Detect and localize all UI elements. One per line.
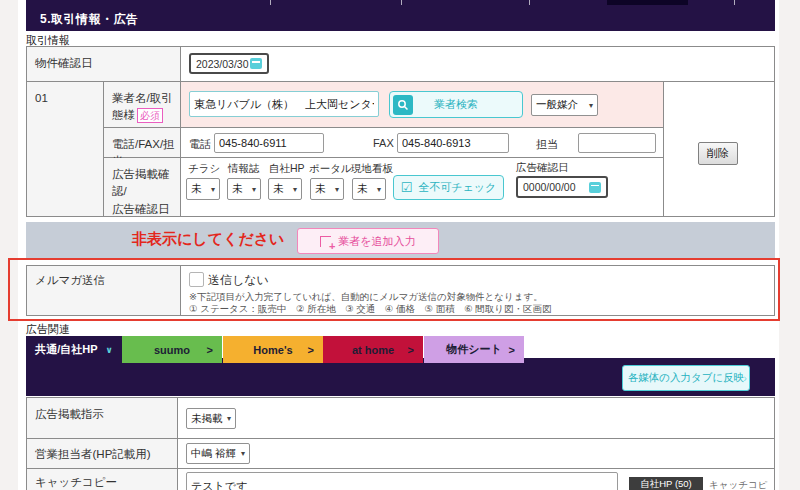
mediation-type-value: 一般媒介 <box>536 98 578 112</box>
agent-row-number: 01 <box>35 90 48 107</box>
vendor-banner: 非表示にしてください 業者を追加入力 <box>26 222 775 258</box>
media-select-jisha-hp-value: 未 <box>273 182 284 196</box>
tab-bukken-sheet[interactable]: 物件シート > <box>424 336 524 363</box>
search-icon <box>393 95 413 115</box>
vendor-search-button[interactable]: 業者検索 <box>389 91 523 118</box>
chevron-down-icon: ▾ <box>227 414 231 423</box>
page: 5.取引情報・広告 取引情報 物件確認日 2023/03/30 01 業者名/取… <box>0 0 800 490</box>
section-title: 5.取引情報・広告 <box>40 11 139 28</box>
tab-bukken-sheet-label: 物件シート <box>446 342 502 357</box>
tab-arrow-icon: > <box>509 344 515 356</box>
mailmag-label-cell: メルマガ送信 <box>27 266 181 315</box>
chevron-down-icon: ▾ <box>589 101 593 110</box>
property-confirm-value-cell: 2023/03/30 <box>181 47 774 82</box>
no-send-label: 送信しない <box>208 272 269 289</box>
ad-check-label-line2: 広告確認日 <box>112 203 170 215</box>
checkbox-check-icon: ☑ <box>401 180 413 195</box>
tab-homes[interactable]: Home's > <box>223 336 323 363</box>
chevron-down-icon: ▾ <box>293 185 297 194</box>
staff-value-cell: 中嶋 裕輝 ▾ <box>178 439 774 469</box>
ad-check-label-line1: 広告掲載確認/ <box>112 168 170 197</box>
property-confirm-date-value: 2023/03/30 <box>196 58 249 70</box>
catchcopy-input[interactable] <box>186 472 618 490</box>
media-label-portal: ポータル <box>309 162 352 176</box>
vendor-value-cell: 業者検索 一般媒介 ▾ <box>181 82 664 128</box>
catchcopy-badge-note: キャッチコピー <box>709 479 774 490</box>
tanto-label: 担当 <box>536 137 558 152</box>
publish-select-value: 未掲載 <box>191 412 223 426</box>
chevron-down-icon: ▾ <box>241 449 245 458</box>
transaction-table: 物件確認日 2023/03/30 01 業者名/取引態様必須 業者検索 一 <box>26 46 775 217</box>
property-confirm-date-input[interactable]: 2023/03/30 <box>189 53 269 74</box>
add-vendor-button[interactable]: 業者を追加入力 <box>297 228 439 254</box>
media-select-jisha-hp[interactable]: 未▾ <box>268 178 302 200</box>
chevron-down-icon: ∨ <box>106 345 113 355</box>
tab-common-label: 共通/自社HP <box>35 342 97 357</box>
tab-arrow-icon: > <box>308 344 314 356</box>
mailmag-value-cell: 送信しない ※下記項目が入力完了していれば、自動的にメルマガ送信の対象物件となり… <box>181 266 774 315</box>
ad-related-table: 広告掲載指示 未掲載 ▾ 営業担当者(HP記載用) 中嶋 裕輝 ▾ キャッチコピ… <box>26 397 775 490</box>
ad-check-label-cell: 広告掲載確認/広告確認日 <box>104 158 181 216</box>
contact-value-cell: 電話 FAX 担当 <box>181 128 664 158</box>
media-select-johoshi[interactable]: 未▾ <box>227 178 261 200</box>
media-label-johoshi: 情報誌 <box>228 162 260 176</box>
media-select-portal-value: 未 <box>315 182 326 196</box>
media-select-chirashi-value: 未 <box>191 182 202 196</box>
catchcopy-label-cell: キャッチコピー <box>27 469 178 490</box>
chevron-right-icon: › <box>743 372 747 384</box>
media-select-kanban-value: 未 <box>357 182 368 196</box>
media-label-kanban: 現地看板 <box>351 162 393 176</box>
calendar-icon[interactable] <box>589 182 601 193</box>
ad-check-value-cell: チラシ 情報誌 自社HP ポータル 現地看板 未▾ 未▾ 未▾ 未▾ 未▾ ☑ … <box>181 158 664 216</box>
tanto-input[interactable] <box>578 133 656 153</box>
ad-confirm-date-value: 0000/00/00 <box>523 181 576 193</box>
vendor-search-label: 業者検索 <box>434 97 478 112</box>
staff-select[interactable]: 中嶋 裕輝 ▾ <box>186 443 250 464</box>
all-ng-check-button[interactable]: ☑ 全不可チェック <box>393 175 504 200</box>
fax-label: FAX <box>373 137 394 149</box>
media-label-jisha-hp: 自社HP <box>269 162 305 176</box>
chevron-down-icon: ▾ <box>211 185 215 194</box>
tab-suumo[interactable]: suumo > <box>122 336 222 363</box>
delete-button[interactable]: 削除 <box>698 142 738 165</box>
all-ng-check-label: 全不可チェック <box>418 180 496 195</box>
property-confirm-label-cell: 物件確認日 <box>27 47 181 82</box>
property-confirm-label: 物件確認日 <box>35 55 93 72</box>
section-header: 5.取引情報・広告 <box>26 5 775 31</box>
add-vendor-label: 業者を追加入力 <box>338 234 415 249</box>
media-select-portal[interactable]: 未▾ <box>310 178 344 200</box>
media-select-kanban[interactable]: 未▾ <box>352 178 386 200</box>
tab-athome[interactable]: at home > <box>323 336 423 363</box>
tab-arrow-icon: > <box>207 344 213 356</box>
publish-select[interactable]: 未掲載 ▾ <box>186 408 236 429</box>
tab-common-jisha-hp[interactable]: 共通/自社HP ∨ <box>26 336 122 363</box>
tab-arrow-icon: > <box>408 344 414 356</box>
reflect-to-media-tabs-button[interactable]: 各媒体の入力タブに反映 › <box>622 365 750 391</box>
ad-confirm-date-label: 広告確認日 <box>516 161 569 175</box>
staff-select-value: 中嶋 裕輝 <box>191 447 236 461</box>
fax-input[interactable] <box>397 133 509 153</box>
ad-related-label: 広告関連 <box>26 322 70 337</box>
required-badge: 必須 <box>137 108 163 123</box>
agent-row-number-cell: 01 <box>27 82 104 216</box>
tel-input[interactable] <box>214 133 324 153</box>
mailmag-label: メルマガ送信 <box>35 272 105 289</box>
staff-label-cell: 営業担当者(HP記載用) <box>27 439 178 469</box>
chevron-down-icon: ▾ <box>377 185 381 194</box>
tab-suumo-label: suumo <box>154 344 190 356</box>
staff-label: 営業担当者(HP記載用) <box>35 446 151 463</box>
no-send-checkbox[interactable] <box>189 272 204 287</box>
catchcopy-label: キャッチコピー <box>35 474 117 490</box>
mediation-type-select[interactable]: 一般媒介 ▾ <box>531 94 598 116</box>
publish-label: 広告掲載指示 <box>35 406 104 423</box>
chevron-down-icon: ▾ <box>252 185 256 194</box>
media-select-chirashi[interactable]: 未▾ <box>186 178 220 200</box>
jisha-hp-count-badge: 自社HP (50) <box>629 477 703 490</box>
vendor-name-input[interactable] <box>189 91 379 117</box>
calendar-icon[interactable] <box>250 58 262 69</box>
tab-homes-label: Home's <box>253 344 292 356</box>
add-entry-icon <box>320 236 331 247</box>
hide-note-text: 非表示にしてください <box>132 230 284 249</box>
ad-confirm-date-input[interactable]: 0000/00/00 <box>516 176 608 198</box>
media-label-chirashi: チラシ <box>188 162 220 176</box>
